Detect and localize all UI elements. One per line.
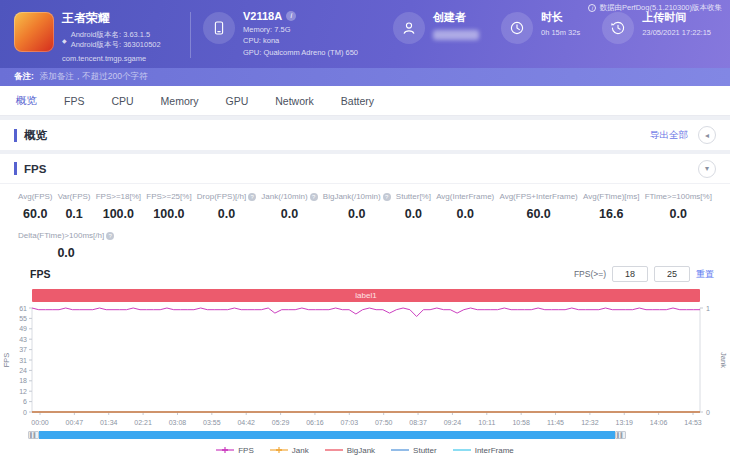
app-block: 王者荣耀 ◆ Android版本名: 3.63.1.5 Android版本号: …: [14, 10, 186, 63]
notes-bar[interactable]: 备注: 添加备注，不超过200个字符: [0, 68, 730, 86]
collector-note-text: 数据由PerfDog(5.1.210300)版本收集: [599, 3, 722, 13]
creator-label: 创建者: [433, 10, 466, 25]
tab-cpu[interactable]: CPU: [111, 95, 133, 107]
metric-label: FTime>=100ms[%]: [645, 192, 712, 201]
svg-text:08:37: 08:37: [409, 419, 427, 426]
tab-fps[interactable]: FPS: [64, 95, 84, 107]
app-version-code: Android版本号: 363010502: [71, 40, 161, 50]
chart-scrollbar[interactable]: ▌▌ ▌▌: [28, 431, 626, 439]
app-icon: [14, 12, 54, 52]
app-version-name: Android版本名: 3.63.1.5: [71, 30, 161, 40]
metric-value: 100.0: [146, 207, 191, 221]
help-icon[interactable]: ?: [310, 193, 318, 201]
svg-text:49: 49: [19, 325, 27, 332]
metric-value: 0.1: [58, 207, 91, 221]
svg-text:10:11: 10:11: [478, 419, 495, 426]
svg-text:12: 12: [19, 388, 27, 395]
phone-icon: [203, 12, 235, 44]
fps-section-title: FPS: [24, 163, 46, 175]
svg-text:Jank: Jank: [719, 352, 728, 368]
metric-label: Drop(FPS)[/h]?: [197, 192, 256, 201]
metric-label: Avg(FTime)[ms]: [583, 192, 639, 201]
metric-var-fps: Var(FPS)0.1: [58, 192, 91, 221]
fps-card: FPS ▾ Avg(FPS)60.0Var(FPS)0.1FPS>=18[%]1…: [0, 154, 730, 464]
metric-jank-10min: Jank(/10min)?0.0: [261, 192, 317, 221]
metric-ftime-100ms: FTime>=100ms[%]0.0: [645, 192, 712, 221]
fps-threshold-label: FPS(>=): [574, 269, 606, 279]
svg-text:07:50: 07:50: [375, 419, 393, 426]
legend-label: Jank: [292, 446, 309, 455]
metric-value: 0.0: [261, 207, 317, 221]
scrollbar-track[interactable]: [39, 431, 615, 439]
svg-text:03:55: 03:55: [203, 419, 221, 426]
svg-text:61: 61: [19, 305, 27, 312]
device-block: V2118A i Memory: 7.5G CPU: kona GPU: Qua…: [203, 10, 371, 58]
legend-item-bigjank[interactable]: BigJank: [325, 446, 375, 455]
creator-value-redacted: [433, 30, 479, 40]
legend-swatch: [453, 446, 471, 454]
svg-text:6: 6: [23, 398, 27, 405]
history-clock-icon: [602, 12, 634, 44]
metric-avg-fps-interframe: Avg(FPS+InterFrame)60.0: [499, 192, 577, 221]
metric-label: Avg(InterFrame): [436, 192, 494, 201]
svg-text:06:16: 06:16: [306, 419, 324, 426]
legend-item-jank[interactable]: Jank: [270, 446, 309, 455]
chart-label-band[interactable]: label1: [32, 289, 700, 302]
svg-text:24: 24: [19, 367, 27, 374]
metric-value: 0.0: [323, 207, 391, 221]
svg-text:FPS: FPS: [2, 353, 11, 368]
metric-avg-fps: Avg(FPS)60.0: [18, 192, 53, 221]
device-gpu: GPU: Qualcomm Adreno (TM) 650: [243, 47, 358, 58]
info-icon: i: [588, 4, 596, 12]
fps-threshold-low-input[interactable]: [612, 266, 648, 282]
metric-value: 60.0: [18, 207, 53, 221]
legend-item-fps[interactable]: FPS: [216, 446, 254, 455]
tab-bar: 概览FPSCPUMemoryGPUNetworkBattery: [0, 86, 730, 116]
legend-label: FPS: [238, 446, 254, 455]
collapse-section-button[interactable]: ▾: [698, 160, 716, 178]
tab-network[interactable]: Network: [275, 95, 314, 107]
overview-section-header: 概览 导出全部 ◂: [0, 120, 730, 150]
metric-value: 0.0: [18, 246, 114, 260]
legend-item-interframe[interactable]: InterFrame: [453, 446, 514, 455]
upload-block: 上传时间 23/05/2021 17:22:15: [602, 10, 711, 44]
section-accent-bar: [14, 162, 17, 175]
svg-text:04:42: 04:42: [237, 419, 255, 426]
tab-memory[interactable]: Memory: [161, 95, 199, 107]
notes-input-placeholder[interactable]: 添加备注，不超过200个字符: [40, 71, 148, 83]
collapse-left-button[interactable]: ◂: [698, 126, 716, 144]
person-icon: [393, 12, 425, 44]
tab-概览[interactable]: 概览: [16, 94, 37, 108]
tab-battery[interactable]: Battery: [341, 95, 374, 107]
metric-label: Avg(FPS): [18, 192, 53, 201]
export-all-link[interactable]: 导出全部: [650, 129, 688, 142]
metrics-row-2: Delta(FTime)>100ms[/h]?0.0: [0, 221, 730, 260]
header-divider: [190, 12, 191, 58]
svg-text:18: 18: [19, 377, 27, 384]
app-title: 王者荣耀: [62, 10, 161, 27]
fps-threshold-high-input[interactable]: [654, 266, 690, 282]
svg-text:55: 55: [19, 315, 27, 322]
device-model: V2118A: [243, 10, 282, 22]
scrollbar-left-handle[interactable]: ▌▌: [28, 431, 39, 439]
svg-text:11:45: 11:45: [547, 419, 564, 426]
chart-legend: FPSJankBigJankStutterInterFrame: [0, 442, 730, 458]
diamond-icon: ◆: [62, 37, 67, 44]
scrollbar-right-handle[interactable]: ▌▌: [615, 431, 626, 439]
help-icon[interactable]: ?: [248, 193, 256, 201]
help-icon[interactable]: ?: [106, 232, 114, 240]
legend-item-stutter[interactable]: Stutter: [391, 446, 437, 455]
help-icon[interactable]: ?: [383, 193, 391, 201]
legend-swatch: [391, 446, 409, 454]
metric-avg-interframe: Avg(InterFrame)0.0: [436, 192, 494, 221]
svg-text:05:29: 05:29: [272, 419, 290, 426]
reset-link[interactable]: 重置: [696, 268, 714, 281]
metrics-row-1: Avg(FPS)60.0Var(FPS)0.1FPS>=18[%]100.0FP…: [0, 184, 730, 221]
tab-gpu[interactable]: GPU: [226, 95, 249, 107]
device-info-icon[interactable]: i: [286, 11, 296, 21]
app-package: com.tencent.tmgp.sgame: [62, 54, 161, 63]
metric-drop-fps-h: Drop(FPS)[/h]?0.0: [197, 192, 256, 221]
fps-chart-svg[interactable]: 6155494337312418126010FPSJank00:0000:470…: [0, 302, 730, 430]
metric-value: 16.6: [583, 207, 639, 221]
legend-swatch: [325, 446, 343, 454]
